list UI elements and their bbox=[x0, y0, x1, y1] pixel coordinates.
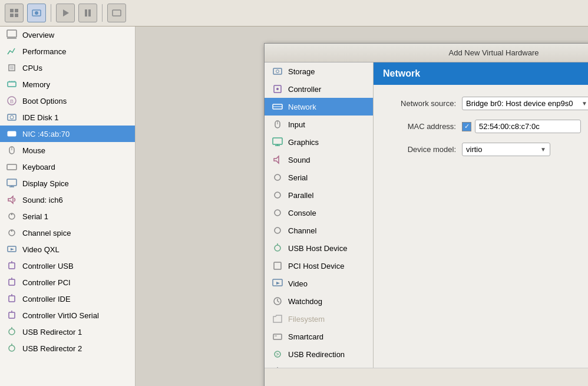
performance-icon bbox=[6, 45, 18, 57]
play-btn[interactable] bbox=[56, 4, 75, 22]
sidebar-item-display-spice[interactable]: Display Spice bbox=[0, 175, 135, 192]
sidebar-item-sound-label: Sound: ich6 bbox=[22, 196, 63, 204]
sidebar-item-controller-usb[interactable]: Controller USB bbox=[0, 258, 135, 274]
mac-checkbox[interactable]: ✓ bbox=[462, 122, 471, 131]
dialog-footer: Cancel Finish bbox=[265, 368, 588, 386]
device-model-label: Device model: bbox=[385, 145, 456, 154]
keyboard-icon bbox=[6, 161, 18, 173]
hw-item-tpm[interactable]: TPM bbox=[265, 363, 373, 368]
overview-icon bbox=[6, 29, 18, 41]
hw-item-usb-redirection[interactable]: USB Redirection bbox=[265, 345, 373, 363]
hw-item-network-label: Network bbox=[288, 103, 316, 111]
sidebar-item-serial[interactable]: Serial 1 bbox=[0, 208, 135, 225]
sidebar-item-controller-pci[interactable]: Controller PCI bbox=[0, 274, 135, 291]
svg-rect-48 bbox=[9, 296, 15, 302]
svg-point-52 bbox=[9, 329, 15, 335]
hw-item-controller[interactable]: Controller bbox=[265, 80, 373, 98]
sidebar-item-controller-usb-label: Controller USB bbox=[22, 262, 74, 270]
sep1 bbox=[51, 4, 51, 22]
network-source-arrow: ▼ bbox=[582, 100, 587, 107]
sidebar-item-usb-redirector-1[interactable]: USB Redirector 1 bbox=[0, 324, 135, 340]
controller-usb-icon bbox=[6, 260, 18, 272]
hw-item-storage[interactable]: Storage bbox=[265, 62, 373, 80]
hw-item-filesystem[interactable]: Filesystem bbox=[265, 310, 373, 328]
sidebar-item-usb-redirector-2[interactable]: USB Redirector 2 bbox=[0, 340, 135, 357]
titlebar bbox=[0, 0, 588, 27]
sidebar-item-ide-disk[interactable]: IDE Disk 1 bbox=[0, 109, 135, 126]
hw-item-sound[interactable]: Sound bbox=[265, 151, 373, 169]
snapshot-btn[interactable] bbox=[27, 4, 46, 22]
sidebar-item-mouse-label: Mouse bbox=[22, 146, 45, 155]
mouse-icon bbox=[6, 144, 18, 156]
svg-marker-37 bbox=[8, 196, 13, 203]
svg-rect-56 bbox=[273, 68, 282, 74]
sidebar-item-overview-label: Overview bbox=[22, 31, 54, 39]
svg-line-79 bbox=[278, 301, 279, 302]
svg-rect-29 bbox=[7, 164, 16, 170]
sidebar-item-performance[interactable]: Performance bbox=[0, 43, 135, 60]
sidebar-item-video-qxl[interactable]: Video QXL bbox=[0, 241, 135, 258]
svg-point-57 bbox=[276, 70, 279, 73]
sidebar-item-keyboard-label: Keyboard bbox=[22, 163, 55, 171]
hw-item-console[interactable]: Console bbox=[265, 204, 373, 222]
overview-btn[interactable] bbox=[5, 4, 24, 22]
hw-item-serial[interactable]: Serial bbox=[265, 169, 373, 186]
sidebar-item-video-qxl-label: Video QXL bbox=[22, 245, 60, 254]
sidebar-item-cpus[interactable]: CPUs bbox=[0, 60, 135, 76]
sidebar-item-memory[interactable]: Memory bbox=[0, 76, 135, 93]
sidebar-item-mouse[interactable]: Mouse bbox=[0, 142, 135, 159]
hw-watchdog-icon bbox=[272, 295, 283, 307]
dialog-titlebar: Add New Virtual Hardware bbox=[265, 44, 588, 62]
hw-item-parallel[interactable]: Parallel bbox=[265, 186, 373, 204]
hw-item-video[interactable]: Video bbox=[265, 275, 373, 292]
hw-item-graphics[interactable]: Graphics bbox=[265, 133, 373, 151]
sidebar-item-channel-label: Channel spice bbox=[22, 229, 71, 237]
sidebar-item-channel[interactable]: Channel spice bbox=[0, 225, 135, 241]
dialog-body: Storage Controller Network bbox=[265, 62, 588, 368]
hw-item-input-label: Input bbox=[288, 120, 305, 129]
svg-point-22 bbox=[10, 116, 14, 119]
hw-controller-icon bbox=[272, 83, 283, 95]
hw-item-channel[interactable]: Channel bbox=[265, 222, 373, 239]
network-source-value: Bridge br0: Host device enp9s0 bbox=[466, 99, 582, 108]
hw-item-usb-host[interactable]: USB Host Device bbox=[265, 239, 373, 257]
hw-graphics-icon bbox=[272, 136, 283, 148]
hw-item-smartcard[interactable]: Smartcard bbox=[265, 328, 373, 345]
sidebar-item-controller-ide[interactable]: Controller IDE bbox=[0, 291, 135, 307]
main-window: Overview Performance CPUs Memory bbox=[0, 0, 588, 386]
dialog-title: Add New Virtual Hardware bbox=[449, 48, 539, 57]
ide-disk-icon bbox=[6, 111, 18, 123]
svg-rect-13 bbox=[10, 66, 14, 70]
mac-address-row: MAC address: ✓ bbox=[385, 120, 588, 133]
network-source-dropdown[interactable]: Bridge br0: Host device enp9s0 ▼ bbox=[462, 97, 588, 110]
svg-marker-6 bbox=[63, 9, 69, 17]
hw-item-pci-host[interactable]: PCI Host Device bbox=[265, 257, 373, 275]
svg-point-72 bbox=[275, 245, 280, 251]
controller-virtio-icon bbox=[6, 309, 18, 321]
hw-item-watchdog[interactable]: Watchdog bbox=[265, 292, 373, 310]
sidebar-item-controller-virtio[interactable]: Controller VirtIO Serial bbox=[0, 307, 135, 324]
hw-item-input[interactable]: Input bbox=[265, 116, 373, 133]
device-model-dropdown[interactable]: virtio ▼ bbox=[462, 143, 550, 156]
serial-icon bbox=[6, 210, 18, 222]
network-source-row: Network source: Bridge br0: Host device … bbox=[385, 97, 588, 110]
sidebar-item-nic[interactable]: NIC :45:ab:70 bbox=[0, 126, 135, 142]
sidebar-item-overview[interactable]: Overview bbox=[0, 27, 135, 43]
sidebar-item-boot[interactable]: B Boot Options bbox=[0, 93, 135, 109]
svg-point-69 bbox=[275, 192, 280, 198]
sidebar-item-display-label: Display Spice bbox=[22, 179, 69, 188]
hw-channel-icon bbox=[272, 225, 283, 236]
sound-icon bbox=[6, 194, 18, 206]
hw-network-icon bbox=[272, 101, 283, 113]
fullscreen-btn[interactable] bbox=[107, 4, 126, 22]
sep2 bbox=[102, 4, 103, 22]
hw-detail-header: Network bbox=[374, 62, 588, 85]
sidebar-item-ide-disk-label: IDE Disk 1 bbox=[22, 113, 58, 122]
svg-point-5 bbox=[35, 11, 38, 15]
display-spice-icon bbox=[6, 177, 18, 189]
sidebar-item-keyboard[interactable]: Keyboard bbox=[0, 159, 135, 175]
hw-item-network[interactable]: Network bbox=[265, 98, 373, 116]
sidebar-item-sound[interactable]: Sound: ich6 bbox=[0, 192, 135, 208]
mac-address-input[interactable] bbox=[475, 120, 581, 133]
pause-btn[interactable] bbox=[78, 4, 97, 22]
